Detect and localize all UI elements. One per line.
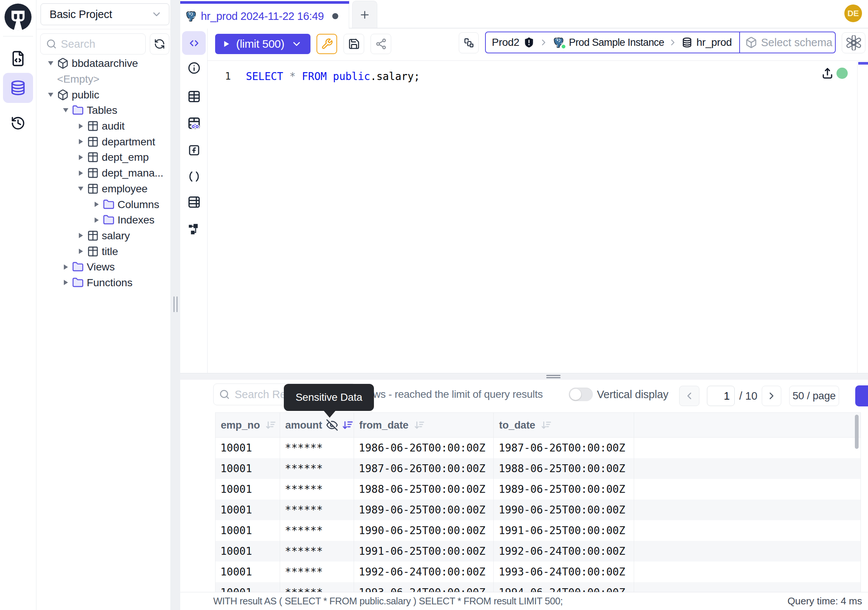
- table-row[interactable]: 10001******1988-06-25T00:00:00Z1989-06-2…: [215, 479, 860, 500]
- sidebar-resize-handle[interactable]: [174, 296, 178, 312]
- export-button[interactable]: [855, 385, 868, 407]
- tree-caret-icon[interactable]: [44, 61, 57, 65]
- rail-history-button[interactable]: [3, 108, 33, 138]
- table-cell: ******: [280, 438, 354, 458]
- page-size-select[interactable]: 50 / page: [789, 386, 839, 406]
- next-page-button[interactable]: [762, 386, 781, 406]
- table-scrollbar[interactable]: [855, 415, 859, 449]
- table-cell: 10001: [215, 541, 280, 562]
- sort-icon[interactable]: [540, 419, 552, 431]
- tree-item--empty-[interactable]: <Empty>: [36, 71, 171, 87]
- strip-procedure-button[interactable]: [182, 165, 206, 188]
- tree-item-indexes[interactable]: Indexes: [36, 212, 171, 228]
- tree-item-bbdataarchive[interactable]: bbdataarchive: [36, 56, 171, 71]
- tab-active-indicator: [180, 1, 349, 4]
- tree-caret-icon[interactable]: [74, 124, 87, 129]
- tree-caret-icon[interactable]: [90, 217, 103, 223]
- new-tab-button[interactable]: [352, 1, 377, 28]
- tree-caret-icon[interactable]: [59, 264, 72, 270]
- tree-caret-icon[interactable]: [74, 171, 87, 176]
- table-row[interactable]: 10001******1991-06-25T00:00:00Z1992-06-2…: [215, 541, 860, 562]
- tree-item-label: Functions: [87, 276, 133, 289]
- table-row[interactable]: 10001******1989-06-25T00:00:00Z1990-06-2…: [215, 500, 860, 520]
- strip-info-button[interactable]: [182, 56, 206, 80]
- tree-item-audit[interactable]: audit: [36, 118, 171, 134]
- tree-caret-icon[interactable]: [74, 139, 87, 144]
- tree-item-department[interactable]: department: [36, 134, 171, 149]
- tree-caret-icon[interactable]: [90, 202, 103, 207]
- table-row[interactable]: 10001******1993-06-24T00:00:00Z1994-06-2…: [215, 582, 860, 592]
- tree-caret-icon[interactable]: [59, 108, 72, 112]
- strip-function-button[interactable]: [182, 138, 206, 162]
- sidebar-search-input[interactable]: Search: [40, 33, 146, 54]
- tree-caret-icon[interactable]: [44, 93, 57, 97]
- connection-path[interactable]: Prod2 Prod Sample Instance: [486, 36, 739, 49]
- tree-item-dept-emp[interactable]: dept_emp: [36, 149, 171, 165]
- tree-caret-icon[interactable]: [74, 249, 87, 254]
- table-cell: 1991-06-25T00:00:00Z: [494, 520, 634, 541]
- avatar[interactable]: DE: [844, 5, 862, 22]
- save-button[interactable]: [344, 34, 364, 54]
- schema-select[interactable]: Select schema: [739, 32, 835, 53]
- ai-assistant-button[interactable]: [842, 32, 865, 53]
- table-cell: [634, 562, 860, 582]
- sql-token: [296, 70, 302, 82]
- tree-item-columns[interactable]: Columns: [36, 196, 171, 212]
- column-header-to_date[interactable]: to_date: [494, 413, 634, 437]
- openai-icon: [846, 35, 861, 50]
- tree-item-tables[interactable]: Tables: [36, 102, 171, 118]
- connection-breadcrumb[interactable]: Prod2 Prod Sample Instance: [485, 31, 836, 53]
- batch-query-button[interactable]: [459, 32, 479, 53]
- column-header-emp_no[interactable]: emp_no: [215, 413, 280, 437]
- tab-active[interactable]: hr_prod 2024-11-22 16:49: [180, 0, 349, 28]
- table-cell: 1992-06-24T00:00:00Z: [494, 541, 634, 562]
- tree-caret-icon[interactable]: [74, 233, 87, 238]
- project-select[interactable]: Basic Project: [40, 3, 169, 25]
- tree-item-label: title: [102, 245, 118, 258]
- sql-editor[interactable]: 1 SELECT * FROM public.salary;: [208, 61, 868, 373]
- column-header-from_date[interactable]: from_date: [354, 413, 494, 437]
- tree-caret-icon[interactable]: [59, 280, 72, 285]
- table-cell: 10001: [215, 562, 280, 582]
- table-cell: 1994-06-24T00:00:00Z: [494, 582, 634, 592]
- panel-resize-handle[interactable]: [546, 375, 561, 378]
- table-row[interactable]: 10001******1992-06-24T00:00:00Z1993-06-2…: [215, 562, 860, 582]
- sort-icon[interactable]: [413, 419, 425, 431]
- strip-rows-button[interactable]: [182, 190, 206, 214]
- panel-divider[interactable]: [180, 373, 868, 380]
- tree-caret-icon[interactable]: [74, 187, 87, 191]
- table-cell: [634, 458, 860, 479]
- format-button[interactable]: [316, 34, 337, 54]
- refresh-button[interactable]: [150, 33, 169, 54]
- table-row[interactable]: 10001******1987-06-26T00:00:00Z1988-06-2…: [215, 458, 860, 479]
- tree-item-views[interactable]: Views: [36, 259, 171, 275]
- column-header-amount[interactable]: amount: [280, 413, 354, 437]
- strip-diagram-button[interactable]: [182, 217, 206, 241]
- tree-caret-icon[interactable]: [74, 155, 87, 160]
- bytebase-logo[interactable]: [4, 3, 32, 31]
- vertical-display-toggle[interactable]: [569, 388, 593, 401]
- upload-icon[interactable]: [820, 66, 835, 81]
- tree-item-functions[interactable]: Functions: [36, 275, 171, 291]
- tree-item-employee[interactable]: employee: [36, 181, 171, 197]
- strip-masked-table-button[interactable]: [182, 111, 206, 135]
- eye-off-icon[interactable]: [326, 419, 338, 431]
- table-row[interactable]: 10001******1986-06-26T00:00:00Z1987-06-2…: [215, 438, 860, 458]
- tree-item-public[interactable]: public: [36, 87, 171, 102]
- tree-item-dept-mana-[interactable]: dept_mana...: [36, 165, 171, 181]
- tree-item-salary[interactable]: salary: [36, 228, 171, 244]
- run-button[interactable]: (limit 500): [215, 34, 310, 54]
- rail-database-button[interactable]: [3, 73, 33, 103]
- rail-worksheet-button[interactable]: [3, 43, 33, 74]
- share-button[interactable]: [370, 34, 391, 54]
- sort-icon[interactable]: [341, 419, 354, 432]
- strip-code-button[interactable]: [182, 31, 206, 55]
- prev-page-button[interactable]: [679, 386, 699, 406]
- sort-icon[interactable]: [265, 419, 277, 431]
- page-number-input[interactable]: 1: [707, 386, 735, 406]
- table-row[interactable]: 10001******1990-06-25T00:00:00Z1991-06-2…: [215, 520, 860, 541]
- avatar-initials: DE: [847, 9, 859, 19]
- strip-table-button[interactable]: [182, 84, 206, 108]
- tree-item-title[interactable]: title: [36, 244, 171, 259]
- tree-item-label: public: [72, 88, 99, 101]
